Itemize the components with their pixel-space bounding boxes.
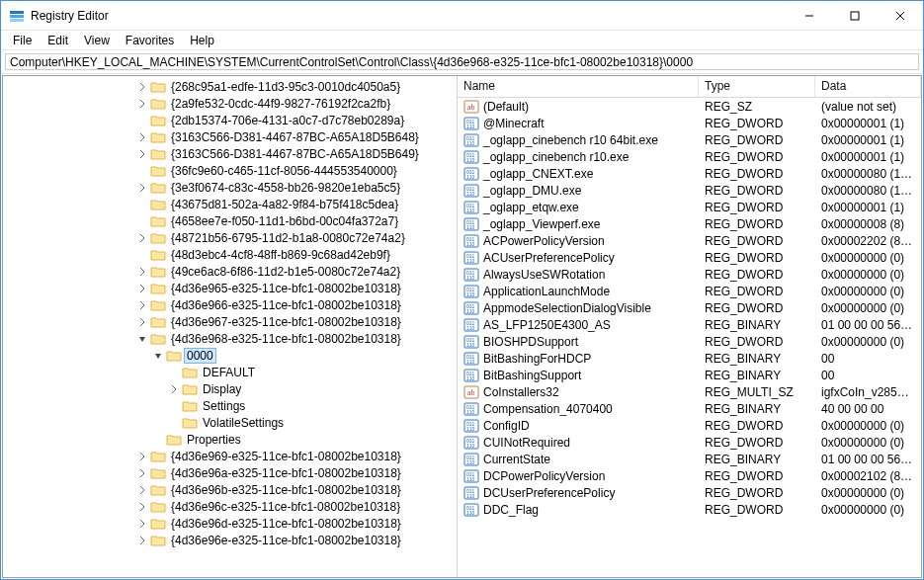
menu-view[interactable]: View — [76, 32, 118, 49]
tree-label: {2db15374-706e-4131-a0c7-d7c78eb0289a} — [169, 114, 406, 127]
tree-item[interactable]: 0000 — [3, 347, 457, 364]
tree-item[interactable]: {4d36e96a-e325-11ce-bfc1-08002be10318} — [3, 464, 457, 481]
expander-icon[interactable] — [135, 147, 149, 161]
expander-icon[interactable] — [135, 231, 149, 245]
tree-item[interactable]: {49ce6ac8-6f86-11d2-b1e5-0080c72e74a2} — [3, 263, 457, 280]
tree-item[interactable]: {3163C566-D381-4467-87BC-A65A18D5B649} — [3, 145, 457, 162]
expander-icon[interactable] — [135, 80, 149, 94]
expander-icon[interactable] — [135, 164, 149, 178]
value-row[interactable]: 011110AS_LFP1250E4300_ASREG_BINARY01 00 … — [458, 316, 921, 333]
tree-item[interactable]: {4d36e968-e325-11ce-bfc1-08002be10318} — [3, 330, 457, 347]
value-row[interactable]: 011110CurrentStateREG_BINARY01 00 00 00 … — [458, 451, 921, 467]
value-row[interactable]: 011110BIOSHPDSupportREG_DWORD0x00000000 … — [458, 333, 921, 350]
tree-item[interactable]: {3e3f0674-c83c-4558-bb26-9820e1eba5c5} — [3, 179, 457, 196]
value-name: @Minecraft — [483, 117, 545, 130]
value-row[interactable]: 011110AppmodeSelectionDialogVisibleREG_D… — [458, 299, 921, 316]
header-data[interactable]: Data — [815, 76, 921, 97]
tree-pane[interactable]: {268c95a1-edfe-11d3-95c3-0010dc4050a5}{2… — [3, 76, 458, 577]
expander-icon[interactable] — [135, 265, 149, 279]
value-row[interactable]: 011110_oglapp_DMU.exeREG_DWORD0x00000080… — [458, 182, 921, 199]
header-name[interactable]: Name — [458, 76, 699, 97]
value-row[interactable]: 011110_oglapp_etqw.exeREG_DWORD0x0000000… — [458, 199, 921, 215]
tree-item[interactable]: Properties — [3, 431, 457, 448]
expander-icon[interactable] — [135, 181, 149, 195]
tree-item[interactable]: Display — [3, 380, 457, 397]
tree-item[interactable]: {4d36e965-e325-11ce-bfc1-08002be10318} — [3, 280, 457, 296]
expander-icon[interactable] — [167, 382, 181, 396]
value-row[interactable]: 011110AlwaysUseSWRotationREG_DWORD0x0000… — [458, 266, 921, 283]
tree-item[interactable]: {43675d81-502a-4a82-9f84-b75f418c5dea} — [3, 196, 457, 212]
expander-icon[interactable] — [167, 416, 181, 430]
value-row[interactable]: 011110DCPowerPolicyVersionREG_DWORD0x000… — [458, 467, 921, 484]
value-row[interactable]: 011110_oglapp_Viewperf.exeREG_DWORD0x000… — [458, 215, 921, 232]
tree-item[interactable]: {2a9fe532-0cdc-44f9-9827-76192f2ca2fb} — [3, 95, 457, 112]
expander-icon[interactable] — [135, 298, 149, 312]
menu-edit[interactable]: Edit — [40, 32, 76, 49]
tree-item[interactable]: {268c95a1-edfe-11d3-95c3-0010dc4050a5} — [3, 78, 457, 95]
tree-item[interactable]: Settings — [3, 397, 457, 414]
maximize-button[interactable] — [832, 1, 878, 30]
menu-file[interactable]: File — [5, 32, 40, 49]
value-row[interactable]: 011110ACPowerPolicyVersionREG_DWORD0x000… — [458, 232, 921, 249]
svg-text:ab: ab — [467, 388, 475, 397]
value-row[interactable]: 011110BitBashingSupportREG_BINARY00 — [458, 367, 921, 383]
tree-item[interactable]: {4d36e96e-e325-11ce-bfc1-08002be10318} — [3, 532, 457, 548]
tree-item[interactable]: {4d36e966-e325-11ce-bfc1-08002be10318} — [3, 296, 457, 313]
value-row[interactable]: ab(Default)REG_SZ(value not set) — [458, 98, 921, 115]
menu-favorites[interactable]: Favorites — [118, 32, 182, 49]
expander-icon[interactable] — [135, 517, 149, 531]
expander-icon[interactable] — [135, 282, 149, 295]
expander-icon[interactable] — [135, 483, 149, 497]
tree-item[interactable]: {4d36e969-e325-11ce-bfc1-08002be10318} — [3, 448, 457, 464]
close-button[interactable] — [878, 1, 923, 30]
expander-icon[interactable] — [151, 349, 165, 363]
value-row[interactable]: 011110Compensation_4070400REG_BINARY40 0… — [458, 400, 921, 417]
value-row[interactable]: 011110ApplicationLaunchModeREG_DWORD0x00… — [458, 283, 921, 299]
expander-icon[interactable] — [135, 198, 149, 211]
address-input[interactable] — [5, 53, 919, 70]
folder-icon — [150, 198, 166, 211]
value-row[interactable]: 011110@MinecraftREG_DWORD0x00000001 (1) — [458, 115, 921, 131]
value-row[interactable]: 011110ACUserPreferencePolicyREG_DWORD0x0… — [458, 249, 921, 266]
value-row[interactable]: 011110CUINotRequiredREG_DWORD0x00000000 … — [458, 434, 921, 451]
tree-item[interactable]: {4d36e967-e325-11ce-bfc1-08002be10318} — [3, 313, 457, 330]
tree-item[interactable]: {4d36e96b-e325-11ce-bfc1-08002be10318} — [3, 481, 457, 498]
titlebar[interactable]: Registry Editor — [1, 1, 923, 31]
value-row[interactable]: 011110_oglapp_cinebench r10 64bit.exeREG… — [458, 131, 921, 148]
tree-item[interactable]: {48d3ebc4-4cf8-48ff-b869-9c68ad42eb9f} — [3, 246, 457, 263]
tree-item[interactable]: {36fc9e60-c465-11cf-8056-444553540000} — [3, 162, 457, 179]
tree-item[interactable]: {48721b56-6795-11d2-b1a8-0080c72e74a2} — [3, 229, 457, 246]
expander-icon[interactable] — [135, 248, 149, 262]
expander-icon[interactable] — [167, 399, 181, 413]
expander-icon[interactable] — [167, 366, 181, 379]
value-row[interactable]: abCoInstallers32REG_MULTI_SZigfxCoIn_v28… — [458, 383, 921, 400]
expander-icon[interactable] — [135, 450, 149, 463]
expander-icon[interactable] — [135, 500, 149, 514]
expander-icon[interactable] — [135, 534, 149, 547]
expander-icon[interactable] — [151, 433, 165, 447]
tree-item[interactable]: {4d36e96d-e325-11ce-bfc1-08002be10318} — [3, 515, 457, 532]
expander-icon[interactable] — [135, 130, 149, 144]
expander-icon[interactable] — [135, 214, 149, 228]
expander-icon[interactable] — [135, 114, 149, 127]
value-row[interactable]: 011110DCUserPreferencePolicyREG_DWORD0x0… — [458, 484, 921, 501]
tree-item[interactable]: {3163C566-D381-4467-87BC-A65A18D5B648} — [3, 128, 457, 145]
expander-icon[interactable] — [135, 97, 149, 111]
expander-icon[interactable] — [135, 315, 149, 329]
menu-help[interactable]: Help — [182, 32, 222, 49]
value-row[interactable]: 011110_oglapp_cinebench r10.exeREG_DWORD… — [458, 148, 921, 165]
minimize-button[interactable] — [787, 1, 832, 30]
expander-icon[interactable] — [135, 466, 149, 480]
tree-item[interactable]: {4d36e96c-e325-11ce-bfc1-08002be10318} — [3, 498, 457, 515]
tree-item[interactable]: VolatileSettings — [3, 414, 457, 431]
tree-item[interactable]: DEFAULT — [3, 364, 457, 380]
value-row[interactable]: 011110DDC_FlagREG_DWORD0x00000000 (0) — [458, 501, 921, 518]
header-type[interactable]: Type — [699, 76, 815, 97]
value-row[interactable]: 011110_oglapp_CNEXT.exeREG_DWORD0x000000… — [458, 165, 921, 182]
value-row[interactable]: 011110BitBashingForHDCPREG_BINARY00 — [458, 350, 921, 367]
expander-icon[interactable] — [135, 332, 149, 346]
tree-item[interactable]: {2db15374-706e-4131-a0c7-d7c78eb0289a} — [3, 112, 457, 128]
value-row[interactable]: 011110ConfigIDREG_DWORD0x00000000 (0) — [458, 417, 921, 434]
list-pane[interactable]: Name Type Data ab(Default)REG_SZ(value n… — [458, 76, 921, 577]
tree-item[interactable]: {4658ee7e-f050-11d1-b6bd-00c04fa372a7} — [3, 212, 457, 229]
